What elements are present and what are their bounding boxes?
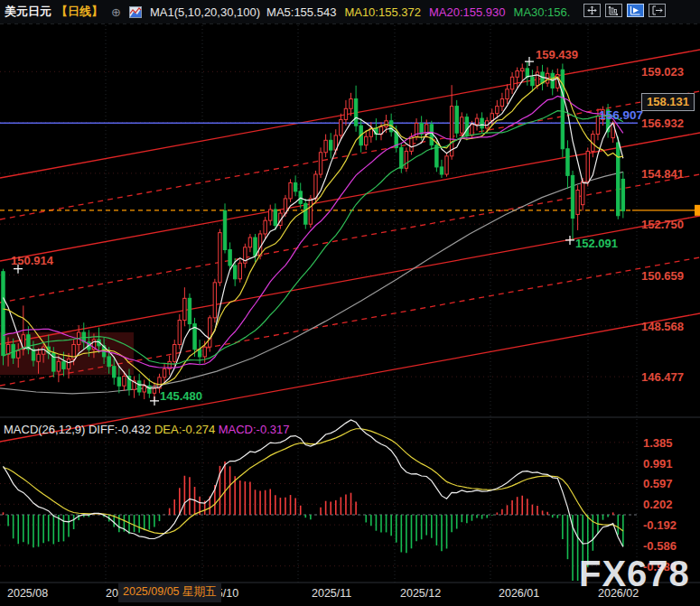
candle-up [17,350,20,358]
diff-line [4,420,623,547]
candle-up [582,182,584,205]
candle-up [596,116,599,134]
candle-down [188,298,191,323]
candle-up [405,151,407,168]
candle-up [324,140,327,152]
candle-up [576,191,579,215]
pan-icon[interactable] [583,4,601,17]
candle-up [67,359,70,369]
candle-up [319,153,322,174]
candle-up [309,199,312,224]
candle-down [617,143,620,216]
candle-up [521,69,524,71]
toolbar-icon-group [583,4,666,17]
trading-chart-window: 161.114159.023156.932154.841152.750150.6… [0,0,700,606]
candle-up [289,182,292,199]
candle-down [198,350,201,357]
extreme-cross-marker [150,396,159,406]
candle-up [471,125,473,135]
ma10-value: MA10:155.372 [344,5,421,19]
candle-down [137,381,140,392]
candle-up [506,89,509,99]
date-crosshair-tooltip: 2025/09/05 星期五 [118,583,221,602]
candle-up [57,361,60,371]
candle-down [274,210,276,226]
candle-down [566,149,569,176]
orange-hline-axis-tag [695,205,700,216]
candle-up [143,386,145,392]
candle-up [516,71,518,78]
candle-down [481,118,483,128]
candle-down [107,357,110,367]
candle-down [354,99,357,126]
candle-up [238,263,241,279]
candle-up [461,117,463,134]
candle-up [123,376,126,386]
dea-line [4,429,623,534]
candle-down [465,117,468,135]
candle-up [219,233,221,283]
candle-up [445,156,448,174]
symbol-title: 美元日元 [5,4,51,20]
candle-up [350,99,352,109]
candle-up [385,121,387,127]
link-plus-icon[interactable]: ⊕ [111,5,121,19]
candle-up [314,174,317,199]
candle-down [62,361,65,368]
macd-diff-value: MACD(26,12,9) DIFF:-0.432 [4,423,151,436]
candle-down [531,77,534,85]
candle-up [475,118,478,125]
crosshair-play-icon[interactable] [627,4,644,17]
candle-up [173,344,176,361]
candle-down [223,210,226,249]
candle-down [233,266,236,279]
candle-up [344,108,347,119]
candle-down [435,145,438,167]
candle-up [496,107,499,114]
candlestick-chart-canvas[interactable] [0,0,700,606]
macd-dea-value: DEA:-0.274 [154,423,215,436]
candle-up [264,220,266,234]
ma20-value: MA20:155.930 [429,5,506,19]
candle-up [153,388,155,393]
candle-up [510,77,513,89]
candle-down [400,147,403,168]
candle-up [365,136,368,145]
period-label[interactable]: 【日线】 [56,4,103,20]
candle-down [113,367,116,378]
candle-up [450,107,453,156]
candle-up [163,368,165,377]
candle-up [586,151,589,182]
candle-up [209,318,211,347]
candle-down [294,182,296,191]
fx678-watermark: FX678 [579,554,690,594]
macd-bar-value: MACD:-0.317 [219,423,290,436]
channel-line-dashed [0,174,700,303]
candle-up [500,99,503,107]
chart-type-icon[interactable] [129,6,142,18]
candle-down [440,167,443,174]
exit-icon[interactable] [649,4,666,17]
candle-up [536,72,538,86]
channel-line-solid [0,216,700,344]
ma5-value: MA5:155.543 [266,5,336,19]
candle-down [455,107,458,134]
candle-up [213,283,216,318]
axis-zoom-icon[interactable] [605,4,622,17]
candle-up [340,119,342,135]
channel-line-dashed [0,91,700,219]
candle-up [203,347,206,357]
macd-indicator-header: MACD(26,12,9) DIFF:-0.432 DEA:-0.274 MAC… [4,423,289,436]
candle-up [37,354,40,361]
candle-down [571,175,574,218]
candle-down [2,272,5,356]
candle-up [183,298,186,320]
candle-down [330,140,332,150]
ma30-value: MA30:156. [514,5,571,19]
candle-up [42,347,44,354]
candle-up [178,321,181,345]
extreme-cross-marker [14,265,23,274]
candle-down [561,70,564,149]
candle-down [254,238,257,256]
extreme-cross-marker [525,57,534,66]
